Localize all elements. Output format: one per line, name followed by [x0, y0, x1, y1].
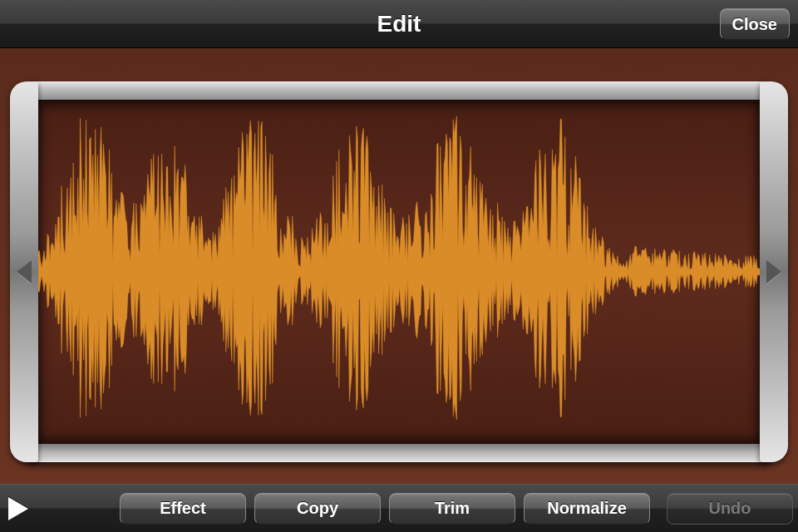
waveform-frame — [10, 81, 788, 462]
toolbar: Effect Copy Trim Normalize Undo — [0, 484, 798, 532]
trim-button[interactable]: Trim — [389, 493, 515, 525]
chevron-right-icon — [766, 260, 781, 283]
play-icon — [8, 497, 28, 520]
frame-top-rail — [25, 81, 773, 100]
trim-handle-left[interactable] — [10, 81, 38, 462]
chevron-left-icon — [17, 260, 32, 283]
normalize-button[interactable]: Normalize — [524, 493, 650, 525]
play-button[interactable] — [8, 492, 28, 525]
close-button[interactable]: Close — [720, 8, 790, 40]
undo-button: Undo — [667, 493, 793, 525]
waveform-svg — [38, 100, 760, 444]
waveform-display[interactable] — [38, 100, 760, 444]
frame-bottom-rail — [25, 444, 773, 462]
effect-button[interactable]: Effect — [120, 493, 246, 525]
trim-handle-right[interactable] — [760, 81, 788, 462]
navbar: Edit Close — [0, 0, 798, 48]
copy-button[interactable]: Copy — [254, 493, 381, 525]
page-title: Edit — [377, 11, 421, 37]
editor-content — [0, 48, 798, 484]
